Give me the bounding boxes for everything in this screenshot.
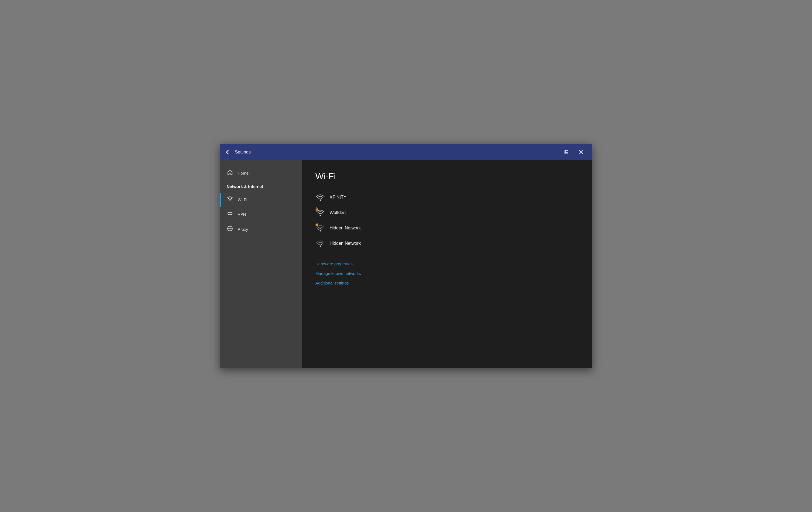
back-button[interactable] [225,149,231,155]
network-icons-xfinity [315,192,325,202]
network-icons-hidden1: 🔒 [315,223,325,233]
main-content: Home Network & Internet Wi-Fi [220,160,592,368]
lock-icon-wolfden: 🔒 [315,207,319,211]
svg-point-9 [320,215,321,216]
hardware-properties-link[interactable]: Hardware properties [315,262,579,266]
settings-window: Settings [220,144,592,368]
network-name-wolfden: Wolfden [329,210,346,215]
vpn-label: VPN [238,212,246,217]
window-controls [560,146,587,158]
sidebar-item-home[interactable]: Home [220,166,302,180]
network-icons-hidden2 [315,239,325,248]
home-icon [227,170,233,177]
additional-settings-link[interactable]: Additional settings [315,281,579,285]
sidebar-item-proxy[interactable]: Proxy [220,222,302,237]
restore-button[interactable] [560,146,573,158]
settings-links: Hardware properties Manage known network… [315,262,579,285]
vpn-icon [227,211,233,218]
proxy-icon [227,225,233,233]
svg-point-3 [230,212,232,215]
window-title: Settings [235,150,560,155]
svg-point-10 [320,230,321,232]
sidebar-section-network: Network & Internet [220,180,302,193]
titlebar: Settings [220,144,592,160]
proxy-label: Proxy [238,227,248,232]
wifi-label: Wi-Fi [238,197,247,202]
network-section-label: Network & Internet [227,184,263,189]
lock-icon-hidden1: 🔒 [315,222,319,226]
network-item-hidden2[interactable]: Hidden Network [315,236,579,250]
network-name-xfinity: XFINITY [329,195,346,200]
home-label: Home [238,171,249,176]
sidebar-item-vpn[interactable]: VPN [220,207,302,222]
page-title: Wi-Fi [315,171,579,182]
network-name-hidden2: Hidden Network [329,241,361,246]
network-item-wolfden[interactable]: 🔒 Wolfden [315,206,579,220]
network-list: XFINITY 🔒 Wolfden [315,190,579,250]
wifi-icon [227,196,233,203]
svg-point-11 [320,246,321,247]
svg-point-8 [320,199,321,201]
sidebar: Home Network & Internet Wi-Fi [220,160,302,368]
sidebar-item-wifi[interactable]: Wi-Fi [220,193,302,207]
close-button[interactable] [575,146,587,158]
content-panel: Wi-Fi XFINITY [302,160,592,368]
network-name-hidden1: Hidden Network [329,225,361,231]
network-icons-wolfden: 🔒 [315,208,325,218]
svg-point-2 [228,212,230,215]
manage-networks-link[interactable]: Manage known networks [315,271,579,276]
network-item-hidden1[interactable]: 🔒 Hidden Network [315,221,579,235]
network-item-xfinity[interactable]: XFINITY [315,190,579,205]
